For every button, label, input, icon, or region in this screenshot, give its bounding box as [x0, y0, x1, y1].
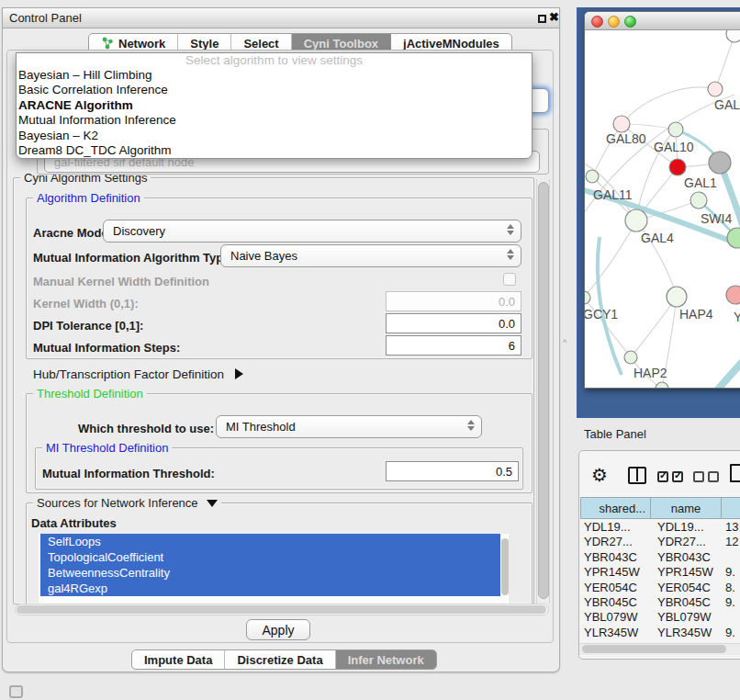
panel-title: Control Panel — [9, 11, 82, 25]
algorithm-dropdown-list: Select algorithm to view settings Bayesi… — [16, 52, 533, 159]
minimized-panel-icon[interactable] — [9, 685, 23, 698]
cyni-bottom-tabbar: Impute Data Discretize Data Infer Networ… — [131, 649, 437, 670]
node-unlabeled[interactable] — [726, 30, 740, 42]
column-header-name[interactable]: name — [651, 497, 722, 519]
algorithm-option[interactable]: Bayesian – K2 — [17, 129, 532, 143]
data-attributes-label: Data Attributes — [31, 516, 117, 530]
deselect-all-checkbox-icon[interactable] — [693, 471, 704, 482]
mi-algorithm-type-label: Mutual Information Algorithm Type: — [33, 251, 234, 265]
table-row[interactable]: YBR045CYBR045C9. — [580, 595, 740, 610]
stepper-icon — [466, 420, 475, 431]
close-icon[interactable]: ✖ — [549, 10, 559, 24]
attribute-item-selected[interactable]: gal4RGexp — [40, 581, 500, 596]
select-all-checkbox-icon[interactable] — [657, 471, 668, 482]
node-red-highlight[interactable] — [669, 159, 686, 175]
mi-algorithm-type-combo[interactable]: Naive Bayes — [220, 244, 521, 267]
tab-discretize-data[interactable]: Discretize Data — [225, 650, 335, 669]
deselect-all-checkbox-icon[interactable] — [708, 471, 719, 482]
algorithm-option[interactable]: Bayesian – Hill Climbing — [17, 68, 532, 83]
node-label: GAL11 — [593, 187, 633, 202]
settings-scrollbar[interactable] — [538, 182, 549, 599]
mi-threshold-label: Mutual Information Threshold: — [42, 467, 215, 480]
column-header-shared-name[interactable]: shared... — [580, 497, 651, 519]
kernel-width-label: Kernel Width (0,1): — [33, 297, 139, 310]
algorithm-option-selected[interactable]: ARACNE Algorithm — [17, 98, 532, 113]
table-row[interactable]: YLR345WYLR345W9. — [580, 626, 740, 640]
node-gray[interactable] — [709, 152, 731, 174]
minimize-traffic-icon[interactable] — [608, 16, 620, 28]
table-row[interactable]: YER054CYER054C8. — [580, 581, 740, 595]
mi-steps-label: Mutual Information Steps: — [33, 341, 180, 355]
table-hscrollbar[interactable] — [582, 645, 726, 653]
screen: Control Panel ✖ Network Style Select Cyn… — [0, 0, 740, 700]
group-title: Algorithm Definition — [33, 191, 144, 205]
select-all-checkbox-icon[interactable] — [672, 471, 683, 482]
settings-hscrollbar[interactable] — [17, 605, 546, 614]
list-scrollbar[interactable] — [501, 538, 509, 595]
attribute-item-selected[interactable]: BetweennessCentrality — [40, 565, 500, 581]
stepper-icon — [506, 249, 514, 260]
table-row[interactable]: YDL19...YDL19...13 — [580, 520, 740, 535]
table-row[interactable]: YDR27...YDR27...12 — [580, 535, 740, 549]
which-threshold-combo[interactable]: MI Threshold — [216, 415, 482, 438]
aracne-mode-label: Aracne Mode: — [33, 226, 112, 240]
network-graph: GAL GAL80 GAL10 GAL1 GAL11 SWI4 GAL4 GCY… — [585, 30, 740, 389]
sources-toggle[interactable]: Sources for Network Inference — [33, 496, 221, 510]
divider-arrow-icon[interactable]: ^ — [563, 338, 566, 347]
node-gal80[interactable] — [613, 116, 630, 132]
mi-steps-field[interactable] — [386, 335, 521, 356]
mi-threshold-field[interactable] — [386, 461, 519, 481]
zoom-traffic-icon[interactable] — [624, 16, 636, 28]
node-gal4[interactable] — [625, 209, 647, 231]
table-row[interactable]: YBL079WYBL079W — [580, 610, 740, 625]
table-panel-title: Table Panel — [584, 427, 646, 441]
export-table-icon[interactable] — [730, 464, 740, 482]
stepper-icon — [506, 224, 514, 235]
data-attributes-list: SelfLoops TopologicalCoefficient Between… — [39, 534, 509, 604]
manual-kernel-width-checkbox[interactable] — [503, 273, 516, 286]
column-header-clipped[interactable] — [722, 497, 740, 519]
node-label: GAL80 — [606, 131, 646, 146]
attribute-item-selected[interactable]: TopologicalCoefficient — [40, 549, 500, 565]
node-label: GAL — [714, 97, 740, 112]
node-gal[interactable] — [708, 82, 723, 96]
expand-arrow-icon — [235, 368, 243, 379]
node-bottom[interactable] — [656, 382, 668, 389]
node-label: Y — [734, 310, 740, 324]
node-label: GAL10 — [654, 140, 694, 154]
hub-definition-toggle[interactable]: Hub/Transcription Factor Definition — [33, 367, 243, 381]
dpi-tolerance-field[interactable] — [386, 313, 521, 333]
node-gal10[interactable] — [668, 122, 683, 137]
node-gal1[interactable] — [690, 192, 707, 209]
columns-icon[interactable] — [628, 467, 646, 484]
table-row[interactable]: YBR043CYBR043C — [580, 550, 740, 565]
algorithm-option[interactable]: Mutual Information Inference — [17, 113, 532, 128]
algorithm-option[interactable]: Basic Correlation Inference — [17, 83, 532, 97]
float-window-icon[interactable] — [538, 15, 546, 23]
network-window-titlebar — [585, 12, 740, 30]
dpi-tolerance-label: DPI Tolerance [0,1]: — [33, 319, 143, 333]
tab-impute-data[interactable]: Impute Data — [132, 650, 225, 669]
dropdown-placeholder: Select algorithm to view settings — [17, 53, 532, 68]
node-label: GAL4 — [641, 231, 674, 245]
gear-icon[interactable]: ⚙ — [591, 464, 608, 486]
network-canvas[interactable]: GAL GAL80 GAL10 GAL1 GAL11 SWI4 GAL4 GCY… — [585, 30, 740, 389]
node-hap2[interactable] — [624, 351, 637, 364]
group-title: Threshold Definition — [33, 387, 147, 401]
manual-kernel-width-label: Manual Kernel Width Definition — [33, 275, 209, 288]
apply-button[interactable]: Apply — [246, 619, 310, 640]
kernel-width-field[interactable] — [386, 291, 521, 311]
table-row[interactable]: YPR145WYPR145W9. — [580, 565, 740, 580]
node-label: GCY1 — [585, 307, 618, 322]
close-traffic-icon[interactable] — [591, 16, 603, 28]
node-hap4[interactable] — [667, 287, 687, 307]
attribute-item-selected[interactable]: SelfLoops — [40, 534, 500, 549]
which-threshold-label: Which threshold to use: — [78, 422, 214, 435]
node-gal11[interactable] — [586, 170, 599, 183]
aracne-mode-combo[interactable]: Discovery — [103, 220, 521, 243]
node-label: HAP2 — [633, 366, 667, 380]
node-salmon[interactable] — [726, 286, 740, 304]
tab-infer-network[interactable]: Infer Network — [336, 650, 436, 669]
algorithm-option[interactable]: Dream8 DC_TDC Algorithm — [17, 143, 532, 158]
node-gcy1[interactable] — [585, 291, 590, 304]
